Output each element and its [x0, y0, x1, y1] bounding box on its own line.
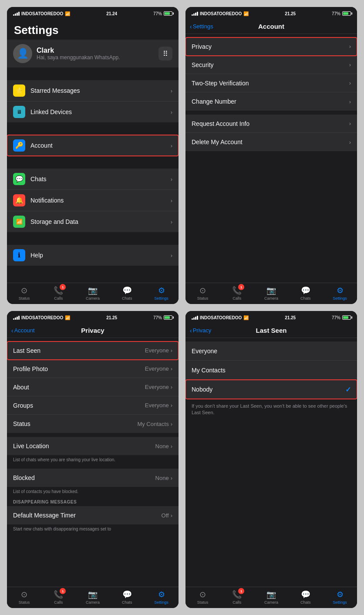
chevron-account: ›: [171, 142, 172, 149]
tab-settings-4[interactable]: ⚙ Settings: [329, 590, 351, 605]
option-my-contacts-label: My Contacts: [192, 367, 351, 374]
profile-row[interactable]: 👤 Clark Hai, saya menggunakan WhatsApp. …: [7, 40, 179, 68]
blocked-item[interactable]: Blocked None ›: [7, 469, 179, 487]
change-number-item[interactable]: Change Number ›: [185, 92, 357, 111]
help-icon: ℹ: [13, 249, 25, 261]
chevron-live-location: ›: [171, 443, 172, 449]
security-item[interactable]: Security ›: [185, 56, 357, 74]
tab-status-2[interactable]: ⊙ Status: [192, 286, 213, 301]
privacy-item[interactable]: Privacy ›: [185, 37, 357, 56]
chevron-security: ›: [349, 61, 351, 68]
carrier-name-3: INDOSATOOREDOO: [21, 315, 63, 320]
request-info-item[interactable]: Request Account Info ›: [185, 115, 357, 133]
wifi-icon-1: 📶: [65, 11, 70, 16]
tab-calls-4[interactable]: 📞1 Calls: [226, 590, 248, 605]
camera-tab-label-3: Camera: [86, 600, 100, 605]
tab-chats-4[interactable]: 💬 Chats: [295, 590, 317, 605]
linked-devices-item[interactable]: 🖥 Linked Devices ›: [7, 101, 179, 122]
tab-calls-3[interactable]: 📞1 Calls: [47, 590, 69, 605]
last-seen-item[interactable]: Last Seen Everyone ›: [7, 341, 179, 360]
starred-messages-item[interactable]: ⭐ Starred Messages ›: [7, 80, 179, 101]
tab-calls-2[interactable]: 📞1 Calls: [226, 286, 248, 301]
calls-tab-icon-4: 📞1: [232, 590, 242, 599]
profile-photo-item[interactable]: Profile Photo Everyone ›: [7, 360, 179, 378]
status-contacts-value: My Contacts: [137, 421, 169, 427]
tab-chats-1[interactable]: 💬 Chats: [116, 286, 138, 301]
tab-camera-1[interactable]: 📷 Camera: [82, 286, 104, 301]
tab-camera-2[interactable]: 📷 Camera: [260, 286, 282, 301]
live-location-hint: List of chats where you are sharing your…: [7, 456, 179, 465]
profile-photo-value: Everyone: [145, 365, 169, 372]
back-chevron-4: ‹: [190, 327, 192, 334]
two-step-item[interactable]: Two-Step Verification ›: [185, 74, 357, 92]
page-title-3: Privacy: [81, 327, 104, 334]
tab-settings-2[interactable]: ⚙ Settings: [329, 286, 351, 301]
tab-chats-3[interactable]: 💬 Chats: [116, 590, 138, 605]
live-location-label: Live Location: [13, 443, 155, 449]
about-label: About: [13, 384, 145, 391]
chevron-about: ›: [171, 384, 172, 390]
tab-status-3[interactable]: ⊙ Status: [13, 590, 35, 605]
tab-status-4[interactable]: ⊙ Status: [192, 590, 213, 605]
tab-settings-3[interactable]: ⚙ Settings: [151, 590, 172, 605]
about-item[interactable]: About Everyone ›: [7, 378, 179, 396]
menu-section-2: 🔑 Account ›: [7, 135, 179, 156]
account-item[interactable]: 🔑 Account ›: [7, 135, 179, 156]
chevron-privacy: ›: [349, 43, 351, 50]
tab-camera-4[interactable]: 📷 Camera: [260, 590, 282, 605]
help-label: Help: [30, 252, 171, 259]
delete-account-item[interactable]: Delete My Account ›: [185, 133, 357, 151]
back-button-4[interactable]: ‹ Privacy: [190, 327, 211, 334]
tab-status-1[interactable]: ⊙ Status: [13, 286, 35, 301]
storage-item[interactable]: 📶 Storage and Data ›: [7, 211, 179, 232]
account-label: Account: [30, 142, 171, 149]
default-timer-item[interactable]: Default Message Timer Off ›: [7, 506, 179, 524]
option-nobody[interactable]: Nobody ✓: [185, 380, 357, 399]
settings-tab-label-4: Settings: [333, 600, 347, 605]
phone-2: INDOSATOOREDOO 📶 21.25 77% ‹ Settings Ac…: [185, 7, 357, 304]
page-title-1: Settings: [7, 19, 179, 40]
tab-calls-1[interactable]: 📞1 Calls: [47, 286, 69, 301]
chevron-starred: ›: [171, 88, 172, 94]
status-bar-3: INDOSATOOREDOO 📶 21.25 77%: [7, 311, 179, 323]
chats-item[interactable]: 💬 Chats ›: [7, 169, 179, 190]
chevron-delete-account: ›: [349, 139, 351, 145]
settings-tab-label-3: Settings: [154, 600, 169, 605]
camera-tab-icon-3: 📷: [88, 590, 98, 599]
status-tab-label-4: Status: [197, 600, 209, 605]
tab-bar-4: ⊙ Status 📞1 Calls 📷 Camera 💬 Chats ⚙ Set…: [185, 587, 357, 608]
privacy-menu-1: Last Seen Everyone › Profile Photo Every…: [7, 341, 179, 433]
menu-section-3: 💬 Chats › 🔔 Notifications › 📶 Storage an…: [7, 169, 179, 232]
groups-item[interactable]: Groups Everyone ›: [7, 396, 179, 415]
back-button-2[interactable]: ‹ Settings: [190, 23, 213, 30]
back-chevron-2: ‹: [190, 23, 192, 30]
phone-4: INDOSATOOREDOO 📶 21.25 77% ‹ Privacy Las…: [185, 311, 357, 608]
settings-tab-label-1: Settings: [154, 296, 169, 301]
back-button-3[interactable]: ‹ Account: [11, 327, 35, 334]
notifications-item[interactable]: 🔔 Notifications ›: [7, 190, 179, 211]
settings-tab-icon-3: ⚙: [158, 590, 165, 599]
menu-section-4: ℹ Help ›: [7, 245, 179, 266]
option-nobody-label: Nobody: [192, 386, 345, 393]
notifications-icon: 🔔: [13, 194, 25, 206]
option-everyone[interactable]: Everyone: [185, 341, 357, 361]
tab-settings-1[interactable]: ⚙ Settings: [151, 286, 172, 301]
chevron-chats: ›: [171, 176, 172, 182]
request-info-label: Request Account Info: [192, 120, 349, 127]
option-my-contacts[interactable]: My Contacts: [185, 361, 357, 380]
chevron-help: ›: [171, 252, 172, 259]
help-item[interactable]: ℹ Help ›: [7, 245, 179, 266]
groups-value: Everyone: [145, 402, 169, 409]
default-timer-label: Default Message Timer: [13, 512, 162, 519]
about-value: Everyone: [145, 384, 169, 390]
time-3: 21.25: [106, 315, 117, 320]
tab-camera-3[interactable]: 📷 Camera: [82, 590, 104, 605]
back-chevron-3: ‹: [11, 327, 13, 334]
phone-3: INDOSATOOREDOO 📶 21.25 77% ‹ Account Pri…: [7, 311, 179, 608]
chats-tab-label-2: Chats: [300, 296, 311, 301]
tab-chats-2[interactable]: 💬 Chats: [295, 286, 317, 301]
qr-button[interactable]: ⠿: [158, 47, 172, 61]
status-contacts-item[interactable]: Status My Contacts ›: [7, 415, 179, 433]
live-location-item[interactable]: Live Location None ›: [7, 437, 179, 455]
chevron-change-number: ›: [349, 98, 351, 105]
